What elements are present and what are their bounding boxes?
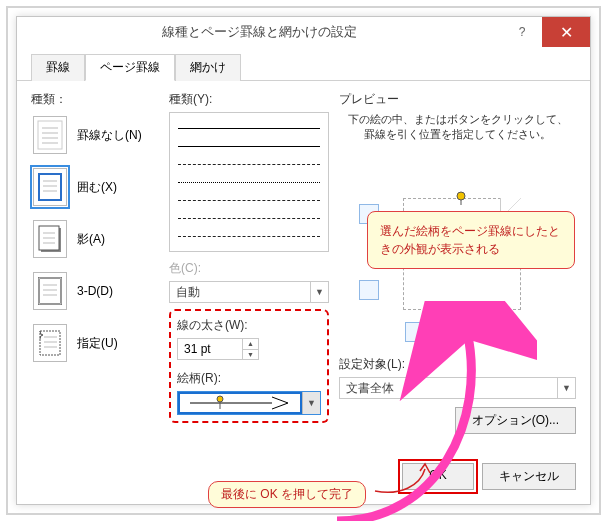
width-value: 31 pt [178,339,242,359]
chevron-down-icon[interactable]: ▼ [302,392,320,414]
kind-3d-label: 3-D(D) [77,284,113,298]
kind-custom-label: 指定(U) [77,335,118,352]
kind-label: 種類： [31,91,159,108]
titlebar: 線種とページ罫線と網かけの設定 ? ✕ [17,17,590,47]
width-spinner[interactable]: 31 pt ▲▼ [177,338,259,360]
spin-up-icon[interactable]: ▲ [243,339,258,350]
chevron-down-icon[interactable]: ▼ [310,282,328,302]
highlight-area: 線の太さ(W): 31 pt ▲▼ 絵柄(R): ▼ [169,309,329,423]
cancel-button[interactable]: キャンセル [482,463,576,490]
color-dropdown[interactable]: 自動 ▼ [169,281,329,303]
svg-point-25 [457,192,465,200]
preview-label: プレビュー [339,91,576,108]
options-button[interactable]: オプション(O)... [455,407,576,434]
pattern-dropdown[interactable]: ▼ [177,391,321,415]
svg-point-23 [217,396,223,402]
help-button[interactable]: ? [502,17,542,47]
tab-borders[interactable]: 罫線 [31,54,85,81]
kind-shadow-icon [33,220,67,258]
kind-none-icon [33,116,67,154]
kind-none-label: 罫線なし(N) [77,127,142,144]
kind-shadow-label: 影(A) [77,231,105,248]
tab-shading[interactable]: 網かけ [175,54,241,81]
svg-rect-5 [39,174,61,200]
edge-bottom-button[interactable] [359,280,379,300]
applyto-dropdown[interactable]: 文書全体 ▼ [339,377,576,399]
kind-box-label: 囲む(X) [77,179,117,196]
color-label: 色(C): [169,260,329,277]
pattern-label: 絵柄(R): [177,370,321,387]
annotation-callout: 選んだ絵柄をページ罫線にしたときの外観が表示される [367,211,575,269]
svg-rect-0 [38,121,62,149]
svg-rect-14 [39,278,61,304]
kind-custom-icon [33,324,67,362]
width-label: 線の太さ(W): [177,317,321,334]
kind-shadow[interactable]: 影(A) [31,218,159,260]
kind-box[interactable]: 囲む(X) [31,166,159,208]
preview-hint: 下の絵の中、またはボタンをクリックして、罫線を引く位置を指定してください。 [339,112,576,142]
kind-box-icon [33,168,67,206]
spin-down-icon[interactable]: ▼ [243,350,258,360]
close-button[interactable]: ✕ [542,17,590,47]
pattern-preview [178,392,302,414]
kind-none[interactable]: 罫線なし(N) [31,114,159,156]
dialog-title: 線種とページ罫線と網かけの設定 [17,23,502,41]
svg-rect-15 [39,278,61,304]
style-list[interactable] [169,112,329,252]
kind-3d-icon [33,272,67,310]
style-label: 種類(Y): [169,91,329,108]
tab-bar: 罫線 ページ罫線 網かけ [17,47,590,81]
ok-button[interactable]: OK [402,463,474,490]
dialog: 線種とページ罫線と網かけの設定 ? ✕ 罫線 ページ罫線 網かけ 種類： 罫線な… [16,16,591,505]
kind-custom[interactable]: 指定(U) [31,322,159,364]
applyto-value: 文書全体 [340,380,557,397]
edge-right-button[interactable] [453,322,473,342]
tab-page-borders[interactable]: ページ罫線 [85,54,175,81]
edge-left-button[interactable] [405,322,425,342]
color-value: 自動 [170,284,310,301]
kind-3d[interactable]: 3-D(D) [31,270,159,312]
chevron-down-icon[interactable]: ▼ [557,378,575,398]
applyto-label: 設定対象(L): [339,356,576,373]
annotation-bottom-callout: 最後に OK を押して完了 [208,481,366,508]
